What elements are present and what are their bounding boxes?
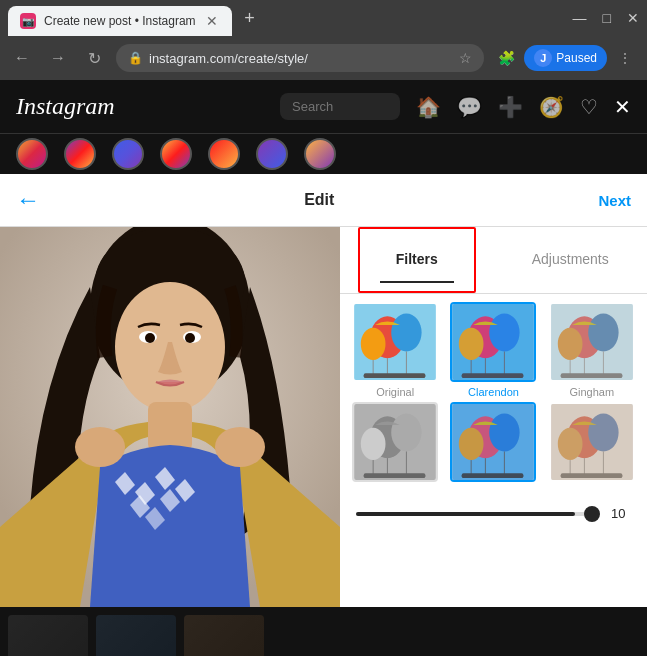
slider-track[interactable] bbox=[356, 512, 599, 516]
modal-body: Filters Adjustments bbox=[0, 227, 647, 607]
filter-label-clarendon: Clarendon bbox=[468, 386, 519, 398]
tab-favicon: 📷 bbox=[20, 13, 36, 29]
modal-back-button[interactable]: ← bbox=[16, 186, 40, 214]
svg-point-42 bbox=[391, 414, 421, 452]
svg-rect-19 bbox=[364, 373, 426, 378]
filters-panel: Filters Adjustments bbox=[340, 227, 647, 607]
filter-thumb-lark bbox=[450, 402, 536, 482]
svg-rect-29 bbox=[453, 304, 535, 380]
portrait-image bbox=[0, 227, 340, 607]
bookmark-star-icon: ☆ bbox=[459, 50, 472, 66]
toolbar-icons: 🧩 J Paused ⋮ bbox=[492, 44, 639, 72]
edit-modal: ← Edit Next bbox=[0, 174, 647, 607]
slider-fill bbox=[356, 512, 575, 516]
filter-thumb-clarendon bbox=[450, 302, 536, 382]
story-avatar-2[interactable] bbox=[64, 138, 96, 170]
svg-point-9 bbox=[185, 333, 195, 343]
filter-label-original: Original bbox=[376, 386, 414, 398]
filters-tabs: Filters Adjustments bbox=[340, 227, 647, 294]
svg-point-10 bbox=[75, 427, 125, 467]
chrome-menu-button[interactable]: ⋮ bbox=[611, 44, 639, 72]
filter-moon[interactable] bbox=[348, 402, 442, 486]
nav-refresh-button[interactable]: ↻ bbox=[80, 44, 108, 72]
modal-header: ← Edit Next bbox=[0, 174, 647, 227]
browser-tab[interactable]: 📷 Create new post • Instagram ✕ bbox=[8, 6, 232, 36]
story-avatar-4[interactable] bbox=[160, 138, 192, 170]
svg-point-43 bbox=[361, 428, 386, 460]
extensions-button[interactable]: 🧩 bbox=[492, 44, 520, 72]
svg-rect-47 bbox=[364, 473, 426, 478]
slider-thumb[interactable] bbox=[584, 506, 600, 522]
title-bar: 📷 Create new post • Instagram ✕ + — □ ✕ bbox=[0, 0, 647, 36]
tab-title: Create new post • Instagram bbox=[44, 14, 196, 28]
svg-rect-5 bbox=[148, 402, 192, 452]
filter-thumb-original bbox=[352, 302, 438, 382]
avatar: J bbox=[534, 49, 552, 67]
below-thumb-1 bbox=[8, 615, 88, 656]
filter-label-gingham: Gingham bbox=[570, 386, 615, 398]
filter-grid: Original bbox=[340, 294, 647, 494]
filter-thumb-gingham bbox=[549, 302, 635, 382]
filter-thumb-reyes bbox=[549, 402, 635, 482]
below-content bbox=[0, 607, 647, 656]
svg-point-15 bbox=[361, 328, 386, 360]
filter-reyes[interactable] bbox=[545, 402, 639, 486]
filters-tab-highlight: Filters bbox=[358, 227, 476, 293]
below-modal: www.devuan.com bbox=[0, 607, 647, 656]
nav-forward-button[interactable]: → bbox=[44, 44, 72, 72]
filter-gingham[interactable]: Gingham bbox=[545, 302, 639, 398]
window-maximize[interactable]: □ bbox=[603, 10, 611, 26]
svg-rect-67 bbox=[551, 404, 633, 480]
address-field[interactable]: 🔒 instagram.com/create/style/ ☆ bbox=[116, 44, 484, 72]
profile-label: Paused bbox=[556, 51, 597, 65]
close-icon[interactable]: ✕ bbox=[614, 95, 631, 119]
svg-rect-39 bbox=[551, 304, 633, 380]
new-tab-button[interactable]: + bbox=[236, 4, 264, 32]
slider-area: 10 bbox=[340, 494, 647, 533]
tab-close-button[interactable]: ✕ bbox=[204, 13, 220, 29]
story-avatar-6[interactable] bbox=[256, 138, 288, 170]
filter-thumb-moon bbox=[352, 402, 438, 482]
svg-rect-57 bbox=[453, 404, 535, 480]
story-avatar-3[interactable] bbox=[112, 138, 144, 170]
messenger-icon[interactable]: 💬 bbox=[457, 95, 482, 119]
modal-title: Edit bbox=[304, 191, 334, 209]
address-bar-row: ← → ↻ 🔒 instagram.com/create/style/ ☆ 🧩 … bbox=[0, 36, 647, 80]
photo-panel bbox=[0, 227, 340, 607]
window-minimize[interactable]: — bbox=[573, 10, 587, 26]
tab-filters[interactable]: Filters bbox=[380, 237, 454, 283]
filters-tab-wrapper: Filters bbox=[340, 227, 494, 293]
tab-adjustments[interactable]: Adjustments bbox=[516, 237, 625, 283]
slider-value: 10 bbox=[611, 506, 631, 521]
svg-point-14 bbox=[391, 314, 421, 352]
story-avatar-5[interactable] bbox=[208, 138, 240, 170]
modal-next-button[interactable]: Next bbox=[598, 192, 631, 209]
svg-point-11 bbox=[215, 427, 265, 467]
create-post-icon[interactable]: ➕ bbox=[498, 95, 523, 119]
story-row bbox=[0, 134, 647, 174]
address-text: instagram.com/create/style/ bbox=[149, 51, 453, 66]
instagram-nav: Instagram 🏠 💬 ➕ 🧭 ♡ ✕ bbox=[0, 80, 647, 134]
below-thumb-3 bbox=[184, 615, 264, 656]
nav-back-button[interactable]: ← bbox=[8, 44, 36, 72]
lock-icon: 🔒 bbox=[128, 51, 143, 65]
story-avatar-7[interactable] bbox=[304, 138, 336, 170]
adjustments-tab-wrapper: Adjustments bbox=[494, 227, 648, 293]
below-thumb-2 bbox=[96, 615, 176, 656]
svg-point-8 bbox=[145, 333, 155, 343]
home-icon[interactable]: 🏠 bbox=[416, 95, 441, 119]
browser-chrome: 📷 Create new post • Instagram ✕ + — □ ✕ … bbox=[0, 0, 647, 80]
search-input[interactable] bbox=[280, 93, 400, 120]
nav-icons: 🏠 💬 ➕ 🧭 ♡ ✕ bbox=[416, 95, 631, 119]
likes-icon[interactable]: ♡ bbox=[580, 95, 598, 119]
photo-display bbox=[0, 227, 340, 607]
profile-button[interactable]: J Paused bbox=[524, 45, 607, 71]
filter-original[interactable]: Original bbox=[348, 302, 442, 398]
filter-clarendon[interactable]: Clarendon bbox=[446, 302, 540, 398]
filter-lark[interactable] bbox=[446, 402, 540, 486]
story-avatar-1[interactable] bbox=[16, 138, 48, 170]
window-controls: — □ ✕ bbox=[573, 10, 639, 26]
explore-icon[interactable]: 🧭 bbox=[539, 95, 564, 119]
instagram-logo: Instagram bbox=[16, 93, 264, 120]
window-close[interactable]: ✕ bbox=[627, 10, 639, 26]
